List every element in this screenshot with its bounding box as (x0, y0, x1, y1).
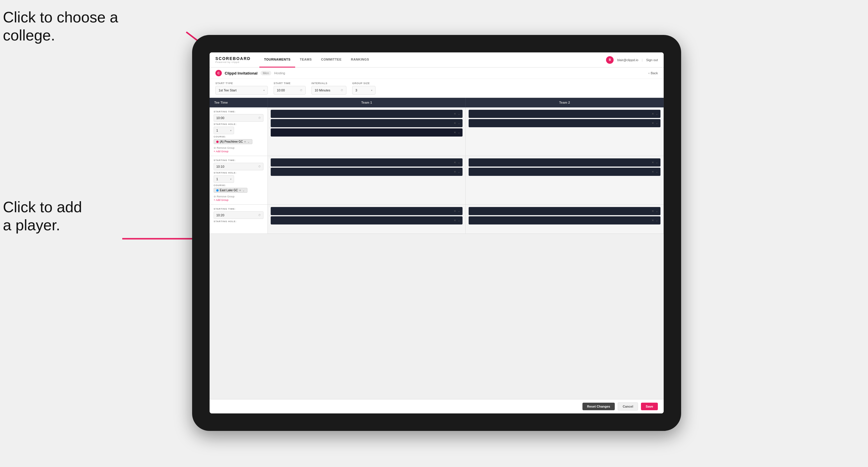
starting-hole-input-1[interactable]: 1 ▾ (214, 127, 234, 134)
logo-sub: Powered by clippd (215, 61, 251, 63)
chevron-player-icon[interactable]: ⌄ (656, 210, 658, 213)
remove-player-icon[interactable]: ✕ (454, 113, 456, 115)
reset-button[interactable]: Reset Changes (583, 403, 615, 410)
chevron-player-icon[interactable]: ⌄ (458, 122, 460, 125)
remove-course-icon-1[interactable]: ✕ (244, 140, 246, 143)
intervals-select[interactable]: 10 Minutes ⏱ (311, 86, 346, 95)
start-type-label: Start Type (215, 82, 268, 85)
remove-player-icon[interactable]: ✕ (454, 210, 456, 213)
player-slot-actions: ✕ ⌄ (652, 161, 658, 164)
cancel-button[interactable]: Cancel (618, 402, 638, 410)
chevron-player-icon[interactable]: ⌄ (458, 210, 460, 213)
th-team2: Team 2 (466, 98, 664, 107)
chevron-player-icon[interactable]: ⌄ (458, 161, 460, 164)
chevron-player-icon[interactable]: ⌄ (458, 170, 460, 173)
player-slot[interactable]: ✕ ⌄ (271, 158, 463, 166)
logo-area: SCOREBOARD Powered by clippd (215, 56, 251, 63)
player-slot-actions: ✕ ⌄ (652, 219, 658, 222)
chevron-player-icon[interactable]: ⌄ (656, 170, 658, 173)
remove-group-link-1[interactable]: ⊖ Remove Group (214, 147, 264, 149)
starting-time-input-3[interactable]: 10:20 ⏱ (214, 211, 264, 219)
player-slot[interactable]: ✕ ⌄ (469, 158, 660, 166)
player-slot[interactable]: ✕ ⌄ (469, 207, 660, 215)
starting-time-input-2[interactable]: 10:10 ⏱ (214, 163, 264, 170)
start-type-select[interactable]: 1st Tee Start ▾ (215, 86, 268, 95)
course-dot-2 (216, 189, 219, 192)
add-group-link-2[interactable]: + Add Group (214, 198, 264, 201)
gender-badge: Men (260, 71, 271, 75)
add-group-link-1[interactable]: + Add Group (214, 150, 264, 153)
form-controls: Start Type 1st Tee Start ▾ Start Time 10… (210, 79, 664, 98)
chevron-player-icon[interactable]: ⌄ (656, 219, 658, 222)
remove-player-icon[interactable]: ✕ (652, 113, 654, 115)
remove-player-icon[interactable]: ✕ (454, 161, 456, 164)
course-tag-2[interactable]: East Lake GC ✕ ⌄ (214, 188, 247, 193)
starting-time-input-1[interactable]: 10:00 ⏱ (214, 114, 264, 122)
group-row: STARTING TIME: 10:00 ⏱ STARTING HOLE: 1 … (210, 107, 664, 156)
player-slot[interactable]: ✕ ⌄ (271, 110, 463, 118)
nav-tab-teams[interactable]: TEAMS (295, 53, 316, 67)
starting-hole-input-2[interactable]: 1 ▾ (214, 175, 234, 183)
remove-player-icon[interactable]: ✕ (652, 122, 654, 125)
annotation-add-player: Click to add a player. (3, 198, 82, 235)
player-slot-actions: ✕ ⌄ (652, 210, 658, 213)
player-slot-actions: ✕ ⌄ (652, 113, 658, 115)
group-1-left: STARTING TIME: 10:00 ⏱ STARTING HOLE: 1 … (210, 107, 268, 156)
group-3-left: STARTING TIME: 10:20 ⏱ STARTING HOLE: (210, 205, 268, 234)
remove-player-icon[interactable]: ✕ (454, 219, 456, 222)
remove-player-icon[interactable]: ✕ (652, 219, 654, 222)
remove-player-icon[interactable]: ✕ (652, 170, 654, 173)
remove-player-icon[interactable]: ✕ (454, 122, 456, 125)
player-slot[interactable]: ✕ ⌄ (271, 207, 463, 215)
chevron-player-icon[interactable]: ⌄ (458, 131, 460, 134)
team1-cell-2: ✕ ⌄ ✕ ⌄ (268, 156, 466, 205)
tablet-frame: SCOREBOARD Powered by clippd TOURNAMENTS… (192, 35, 681, 431)
player-slot-actions: ✕ ⌄ (454, 161, 460, 164)
remove-player-icon[interactable]: ✕ (652, 161, 654, 164)
chevron-course-icon-2[interactable]: ⌄ (243, 189, 245, 192)
player-slot[interactable]: ✕ ⌄ (271, 168, 463, 176)
player-slot[interactable]: ✕ ⌄ (271, 128, 463, 136)
tournament-title: Clippd Invitational (225, 71, 258, 75)
group-actions-2: ⊖ Remove Group + Add Group (214, 195, 264, 201)
starting-time-label-3: STARTING TIME: (214, 208, 264, 210)
chevron-down-icon: ▾ (264, 89, 265, 92)
nav-tab-tournaments[interactable]: TOURNAMENTS (259, 53, 295, 67)
start-time-input[interactable]: 10:00 ⏱ (274, 86, 306, 95)
sign-out-link[interactable]: Sign out (646, 58, 658, 62)
chevron-down-icon-4: ▾ (230, 178, 231, 181)
chevron-down-icon-3: ▾ (230, 129, 231, 132)
remove-group-link-2[interactable]: ⊖ Remove Group (214, 195, 264, 198)
player-slot[interactable]: ✕ ⌄ (469, 168, 660, 176)
player-slot-actions: ✕ ⌄ (454, 210, 460, 213)
player-slot[interactable]: ✕ ⌄ (271, 216, 463, 224)
remove-player-icon[interactable]: ✕ (454, 131, 456, 134)
player-slot[interactable]: ✕ ⌄ (469, 216, 660, 224)
remove-player-icon[interactable]: ✕ (652, 210, 654, 213)
nav-tab-rankings[interactable]: RANKINGS (346, 53, 374, 67)
remove-player-icon[interactable]: ✕ (454, 170, 456, 173)
chevron-player-icon[interactable]: ⌄ (656, 113, 658, 115)
chevron-course-icon-1[interactable]: ⌄ (247, 140, 250, 143)
chevron-player-icon[interactable]: ⌄ (458, 219, 460, 222)
schedule-area[interactable]: Tee Time Team 1 Team 2 STARTING TIME: 10… (210, 98, 664, 399)
course-label-1: COURSE: (214, 135, 264, 138)
group-size-select[interactable]: 3 ▾ (352, 86, 375, 95)
course-tag-1[interactable]: (A) Peachtree GC ✕ ⌄ (214, 139, 252, 144)
player-slot[interactable]: ✕ ⌄ (469, 119, 660, 127)
player-slot[interactable]: ✕ ⌄ (469, 110, 660, 118)
remove-course-icon-2[interactable]: ✕ (239, 189, 241, 192)
clock-icon-4: ⏱ (258, 165, 261, 168)
clock-icon: ⏱ (300, 89, 303, 92)
nav-tab-committee[interactable]: COMMITTEE (316, 53, 346, 67)
save-button[interactable]: Save (641, 403, 658, 410)
header-right: B blair@clippd.io | Sign out (606, 56, 658, 64)
chevron-player-icon[interactable]: ⌄ (656, 161, 658, 164)
chevron-player-icon[interactable]: ⌄ (458, 113, 460, 115)
team1-cell-1: ✕ ⌄ ✕ ⌄ ✕ ⌄ (268, 107, 466, 156)
group-row: STARTING TIME: 10:20 ⏱ STARTING HOLE: ✕ … (210, 205, 664, 234)
chevron-player-icon[interactable]: ⌄ (656, 122, 658, 125)
clock-icon-5: ⏱ (258, 214, 261, 217)
player-slot[interactable]: ✕ ⌄ (271, 119, 463, 127)
back-button[interactable]: ‹ Back (649, 71, 658, 75)
